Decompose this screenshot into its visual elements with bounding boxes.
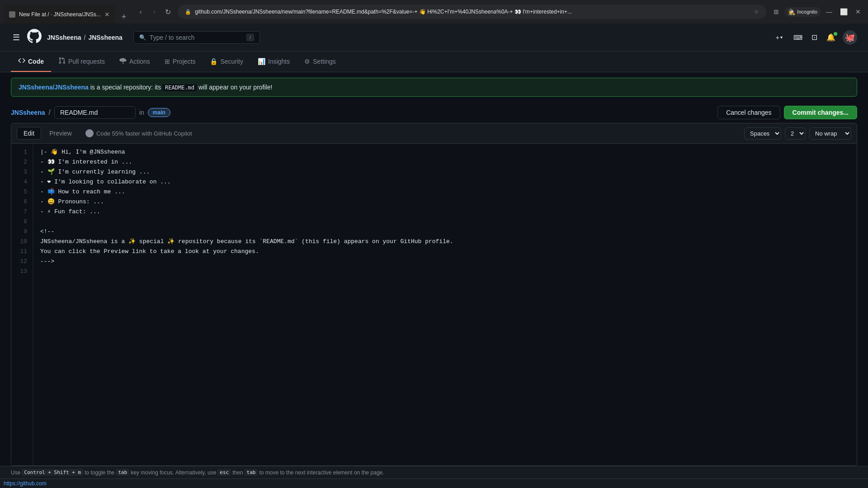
- nav-item-security[interactable]: 🔒 Security: [203, 52, 250, 72]
- code-line-8: [40, 217, 857, 227]
- editor-toolbar: Edit Preview ✦ Code 55% faster with GitH…: [11, 123, 857, 144]
- wrap-select[interactable]: No wrap Soft wrap: [809, 127, 851, 140]
- nav-item-actions[interactable]: Actions: [112, 52, 157, 72]
- code-content-area[interactable]: |- 👋 Hi, I'm @JNSsheena - 👀 I'm interest…: [33, 144, 857, 465]
- code-line-6: - 😄 Pronouns: ...: [40, 197, 857, 207]
- search-slash-badge: /: [246, 34, 254, 41]
- insights-icon: 📊: [258, 58, 265, 65]
- nav-item-projects[interactable]: ⊞ Projects: [157, 52, 203, 72]
- line-number-7: 7: [11, 207, 33, 217]
- extensions-button[interactable]: ⊞: [770, 5, 783, 18]
- line-number-4: 4: [11, 177, 33, 187]
- nav-item-settings[interactable]: ⚙ Settings: [297, 52, 343, 72]
- line-number-5: 5: [11, 187, 33, 197]
- search-box[interactable]: 🔍 Type / to search /: [133, 31, 260, 44]
- file-path-actions: Cancel changes Commit changes...: [717, 106, 857, 119]
- code-line-13: [40, 267, 857, 277]
- banner-repo-link[interactable]: JNSsheena/JNSsheena: [19, 84, 89, 91]
- branch-name: main: [153, 109, 165, 116]
- new-tab-button[interactable]: +: [117, 10, 131, 23]
- star-icon[interactable]: ☆: [754, 9, 759, 15]
- status-text2: to toggle the: [85, 469, 114, 476]
- spaces-select[interactable]: Spaces: [744, 127, 781, 140]
- chevron-down-icon: ▾: [780, 35, 783, 40]
- browser-controls: ‹ › ↻: [134, 0, 174, 23]
- back-button[interactable]: ‹: [134, 5, 147, 18]
- incognito-icon: 🕵: [788, 9, 795, 15]
- code-line-7: - ⚡ Fun fact: ...: [40, 207, 857, 217]
- nav-item-code[interactable]: Code: [11, 52, 51, 72]
- line-number-3: 3: [11, 167, 33, 177]
- code-line-10: JNSsheena/JNSsheena is a ✨ special ✨ rep…: [40, 237, 857, 247]
- line-number-2: 2: [11, 157, 33, 167]
- tab-close-icon[interactable]: ✕: [104, 11, 110, 18]
- status-text4: then: [232, 469, 243, 476]
- actions-icon: [119, 57, 127, 66]
- minimize-button[interactable]: —: [823, 5, 835, 18]
- nav-item-insights[interactable]: 📊 Insights: [250, 52, 297, 72]
- indent-size-select[interactable]: 2 4: [785, 127, 806, 140]
- url-text: github.com/JNSsheena/JNSsheena/new/main?…: [195, 9, 750, 15]
- nav-security-label: Security: [220, 58, 243, 65]
- hamburger-menu-button[interactable]: ☰: [11, 31, 22, 44]
- line-number-12: 12: [11, 257, 33, 267]
- browser-right-actions: ⊞ 🕵 Incognito — ⬜ ✕: [770, 0, 864, 23]
- incognito-label: Incognito: [797, 9, 817, 14]
- forward-button[interactable]: ›: [148, 5, 160, 18]
- reload-button[interactable]: ↻: [161, 5, 174, 18]
- edit-tab-label: Edit: [24, 130, 34, 137]
- edit-tab[interactable]: Edit: [17, 127, 41, 140]
- code-editor[interactable]: 1 2 3 4 5 6 7 8 9 10 11 12 13 |- 👋 Hi, I…: [11, 144, 857, 466]
- editor-options: Spaces 2 4 No wrap Soft wrap: [744, 127, 851, 140]
- github-header: ☰ JNSsheena / JNSsheena 🔍 Type / to sear…: [0, 23, 868, 52]
- status-key4: tab: [245, 469, 258, 476]
- terminal-button[interactable]: ⌨: [790, 32, 806, 43]
- status-text3: key moving focus. Alternatively, use: [131, 469, 216, 476]
- status-key1: Control + Shift + m: [22, 469, 83, 476]
- code-line-2: - 👀 I'm interested in ...: [40, 157, 857, 167]
- preview-tab[interactable]: Preview: [43, 127, 78, 139]
- user-avatar[interactable]: 🐙: [843, 30, 857, 45]
- browser-tab-active[interactable]: New File at / · JNSsheena/JNSs... ✕: [4, 5, 115, 23]
- settings-icon: ⚙: [304, 58, 310, 65]
- branch-in-text: in: [139, 109, 144, 116]
- issues-button[interactable]: ⊡: [810, 31, 819, 43]
- code-line-12: --->: [40, 257, 857, 267]
- file-path-repo-link[interactable]: JNSsheena: [11, 109, 45, 116]
- maximize-button[interactable]: ⬜: [837, 5, 850, 18]
- branch-badge: main: [148, 108, 170, 117]
- notifications-button[interactable]: 🔔: [823, 31, 839, 43]
- notification-dot: [834, 32, 837, 36]
- copilot-label: Code 55% faster with GitHub Copilot: [96, 130, 192, 137]
- copilot-icon: ✦: [85, 129, 94, 137]
- copilot-promo[interactable]: ✦ Code 55% faster with GitHub Copilot: [85, 129, 192, 137]
- cancel-changes-button[interactable]: Cancel changes: [717, 106, 780, 119]
- github-page: ☰ JNSsheena / JNSsheena 🔍 Type / to sear…: [0, 23, 868, 488]
- file-path-bar: JNSsheena / in main Cancel changes Commi…: [11, 102, 857, 123]
- github-logo[interactable]: [27, 29, 42, 46]
- search-placeholder: Type / to search: [150, 34, 195, 41]
- bottom-url-text: https://github.com: [4, 480, 47, 487]
- breadcrumb-sep: /: [84, 34, 85, 41]
- line-number-6: 6: [11, 197, 33, 207]
- plus-menu-button[interactable]: + ▾: [772, 32, 786, 43]
- code-line-4: - ❤️ I'm looking to collaborate on ...: [40, 177, 857, 187]
- commit-changes-button[interactable]: Commit changes...: [784, 106, 857, 119]
- code-line-1: |- 👋 Hi, I'm @JNSsheena: [40, 147, 857, 157]
- banner-text2: will appear on your profile!: [198, 84, 272, 91]
- nav-item-pull-requests[interactable]: Pull requests: [51, 52, 112, 72]
- line-number-1: 1: [11, 147, 33, 157]
- nav-actions-label: Actions: [129, 58, 150, 65]
- header-right-actions: + ▾ ⌨ ⊡ 🔔 🐙: [772, 30, 857, 45]
- incognito-badge: 🕵 Incognito: [784, 7, 821, 17]
- tab-favicon: [9, 11, 15, 18]
- code-line-3: - 🌱 I'm currently learning ...: [40, 167, 857, 177]
- breadcrumb-user-link[interactable]: JNSsheena: [47, 34, 81, 41]
- bottom-url-bar: https://github.com: [0, 479, 868, 488]
- close-window-button[interactable]: ✕: [852, 5, 864, 18]
- file-path-sep: /: [48, 108, 50, 117]
- address-bar[interactable]: 🔒 github.com/JNSsheena/JNSsheena/new/mai…: [178, 5, 766, 19]
- breadcrumb-repo-link[interactable]: JNSsheena: [88, 34, 122, 41]
- filename-input[interactable]: [54, 106, 136, 119]
- line-number-13: 13: [11, 267, 33, 277]
